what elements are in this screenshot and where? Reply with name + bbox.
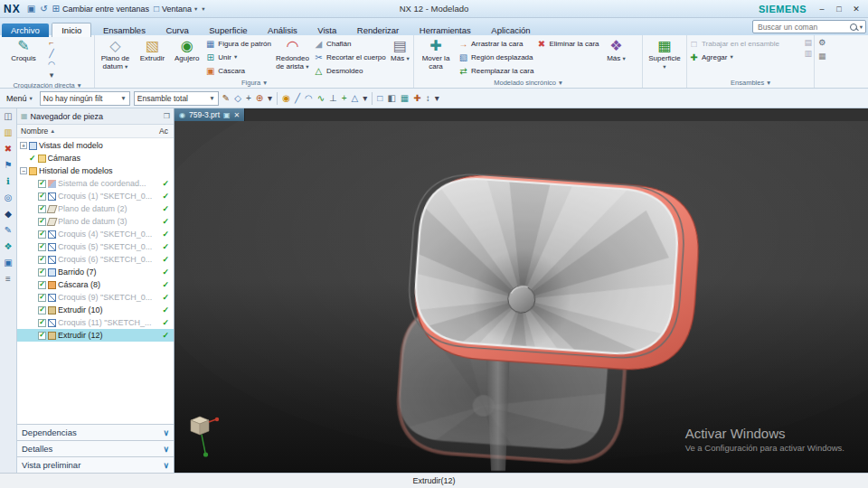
line-icon[interactable]: ╱ xyxy=(295,91,300,106)
line-icon[interactable]: ╱ xyxy=(48,49,55,59)
ribbon-tab[interactable]: Análisis xyxy=(259,23,307,37)
ribbon-tab[interactable]: Herramientas xyxy=(410,23,480,37)
more-sketch-tools-icon[interactable]: ▾ xyxy=(48,70,55,80)
hole-button[interactable]: ◉ Agujero xyxy=(171,36,203,63)
tree-item-label[interactable]: Croquis (1) "SKETCH_0... xyxy=(58,192,152,201)
draft-button[interactable]: △ Desmoldeo xyxy=(314,64,386,77)
ribbon-tab[interactable]: Vista xyxy=(308,23,345,37)
search-dropdown-icon[interactable]: ▾ xyxy=(860,23,863,31)
history-palette-icon[interactable]: ▣ xyxy=(4,258,12,267)
expander-icon[interactable]: + xyxy=(20,142,27,149)
process-navigator-icon[interactable]: ❖ xyxy=(5,241,13,251)
ribbon-tab[interactable]: Archivo xyxy=(2,23,49,37)
constraint-navigator-icon[interactable]: ✖ xyxy=(5,144,12,154)
feature-checkbox[interactable]: ✓ xyxy=(38,294,46,302)
switch-windows-button[interactable]: ⊞ Cambiar entre ventanas xyxy=(52,4,149,14)
group-label-synchronous[interactable]: Modelado sincrónico ▾ xyxy=(414,78,642,88)
ribbon-tab[interactable]: Inicio xyxy=(52,23,91,37)
add-component-button[interactable]: ✚ Agregar ▾ xyxy=(689,51,801,63)
tree-row[interactable]: ✓ ✓ Barrido (7) ✓ xyxy=(17,266,174,278)
tree-item-label[interactable]: Historial de modelos xyxy=(39,166,113,175)
tree-row[interactable]: ✓ ✓ Plano de datum (2) ✓ xyxy=(17,202,174,215)
tree-item-label[interactable]: Plano de datum (3) xyxy=(58,217,127,226)
expander-icon[interactable] xyxy=(29,306,36,314)
move-face-button[interactable]: ✚ Mover la cara xyxy=(416,36,456,71)
pull-face-button[interactable]: → Arrastrar la cara xyxy=(458,37,533,50)
create-dropdown-icon[interactable]: ▾ xyxy=(268,91,272,106)
feature-checkbox[interactable]: ✓ xyxy=(38,256,46,264)
tangent-snap-icon[interactable]: △ xyxy=(352,91,359,106)
roles-icon[interactable]: ≡ xyxy=(5,274,11,284)
tree-item-label[interactable]: Extrudir (12) xyxy=(58,331,103,340)
feature-checkbox[interactable]: ✓ xyxy=(38,319,46,327)
tree-row[interactable]: ✓ ✓ Extrudir (12) ✓ xyxy=(17,329,174,342)
move-component-icon[interactable]: ▤ xyxy=(804,38,812,48)
work-in-assembly-button[interactable]: □ Trabajar en el ensamble xyxy=(689,37,801,50)
feature-checkbox[interactable]: ✓ xyxy=(38,205,46,213)
notes-icon[interactable]: ✎ xyxy=(5,225,12,235)
tree-row[interactable]: ✓ ✓ Croquis (9) "SKETCH_0... ✓ xyxy=(17,291,174,304)
column-name-header[interactable]: Nombre xyxy=(21,127,48,136)
expander-icon[interactable] xyxy=(29,319,36,326)
spline-icon[interactable]: ∿ xyxy=(317,91,325,106)
feature-checkbox[interactable]: ✓ xyxy=(38,281,46,289)
view-dropdown-icon[interactable]: ▾ xyxy=(435,91,439,106)
expander-icon[interactable] xyxy=(29,230,36,238)
group-label-feature[interactable]: Figura ▾ xyxy=(95,78,413,88)
tree-item-label[interactable]: Cámaras xyxy=(48,154,81,163)
feature-checkbox[interactable]: ✓ xyxy=(38,192,46,201)
part-tab[interactable]: ◉ 759-3.prt ▣ ✕ xyxy=(175,108,245,121)
tree-row[interactable]: − ✓ ✓ Historial de modelos ✓ xyxy=(17,164,174,177)
close-button[interactable]: ✕ xyxy=(848,3,864,15)
selection-filter-dropdown[interactable]: No hay ningún filt ▼ xyxy=(40,91,130,106)
dependencies-panel[interactable]: Dependencias ∨ xyxy=(17,424,174,440)
search-input[interactable] xyxy=(756,22,847,33)
orientation-triad[interactable] xyxy=(184,415,220,458)
tree-row[interactable]: ✓ ✓ Croquis (11) "SKETCH_... ✓ xyxy=(17,316,174,329)
column-ac-header[interactable]: Ac xyxy=(159,127,170,136)
tree-item-label[interactable]: Croquis (5) "SKETCH_0... xyxy=(58,242,152,251)
tree-item-label[interactable]: Extrudir (10) xyxy=(58,305,103,314)
tree-item-label[interactable]: Plano de datum (2) xyxy=(58,204,127,213)
minimize-button[interactable]: – xyxy=(814,3,830,15)
tree-item-label[interactable]: Croquis (6) "SKETCH_0... xyxy=(58,255,152,264)
expander-icon[interactable] xyxy=(29,180,36,187)
command-search[interactable]: ▾ xyxy=(752,20,866,33)
chevron-expand-icon[interactable]: ∨ xyxy=(163,445,169,454)
info-icon[interactable]: ℹ xyxy=(6,176,10,186)
datum-plane-icon[interactable]: ◇ xyxy=(234,91,241,106)
window-menu-button[interactable]: □ Ventana ▾ xyxy=(154,4,197,14)
ribbon-tab[interactable]: Ensambles xyxy=(94,23,155,37)
trim-body-button[interactable]: ✂ Recortar el cuerpo xyxy=(314,51,386,63)
pattern-feature-button[interactable]: ▦ Figura de patrón xyxy=(205,37,271,50)
quick-access-customize-icon[interactable]: ▾ xyxy=(202,5,204,13)
separator[interactable] xyxy=(277,92,278,105)
arc-icon[interactable]: ◠ xyxy=(48,60,55,70)
expander-icon[interactable] xyxy=(29,281,36,288)
tree-row[interactable]: ✓ ✓ Sistema de coordenad... ✓ xyxy=(17,177,174,190)
save-icon[interactable]: ▣ xyxy=(27,4,35,14)
separator[interactable] xyxy=(372,92,373,105)
snap-dropdown-icon[interactable]: ▾ xyxy=(363,91,367,106)
edge-blend-button[interactable]: ◠ Redondeo de arista ▾ xyxy=(274,36,311,71)
profile-icon[interactable]: ⌐ xyxy=(48,38,55,48)
midpoint-snap-icon[interactable]: + xyxy=(342,91,347,106)
pin-tab-icon[interactable]: ▣ xyxy=(223,111,231,119)
ribbon-tab[interactable]: Aplicación xyxy=(482,23,539,37)
sketch-button[interactable]: ✎ Croquis xyxy=(2,36,45,63)
tree-item-label[interactable]: Sistema de coordenad... xyxy=(58,179,146,188)
graphics-window[interactable]: ◉ 759-3.prt ▣ ✕ xyxy=(175,108,868,473)
feature-checkbox[interactable]: ✓ xyxy=(38,268,46,277)
tree-row[interactable]: ✓ ✓ Croquis (1) "SKETCH_0... ✓ xyxy=(17,190,174,202)
feature-checkbox[interactable]: ✓ xyxy=(38,218,46,226)
feature-checkbox[interactable]: ✓ xyxy=(38,243,46,251)
group-dialog-launcher-icon[interactable]: ▾ xyxy=(559,79,562,87)
tree-item-label[interactable]: Croquis (9) "SKETCH_0... xyxy=(58,293,152,302)
tree-row[interactable]: ✓ ✓ Cáscara (8) ✓ xyxy=(17,278,174,291)
feature-checkbox[interactable]: ✓ xyxy=(38,306,46,314)
panels-toggle-icon[interactable]: ◫ xyxy=(4,111,12,121)
snap-point-icon[interactable]: ◉ xyxy=(282,91,290,106)
feature-checkbox[interactable]: ✓ xyxy=(38,230,46,239)
sketch-icon[interactable]: ✎ xyxy=(222,91,230,106)
expander-icon[interactable] xyxy=(29,332,36,339)
